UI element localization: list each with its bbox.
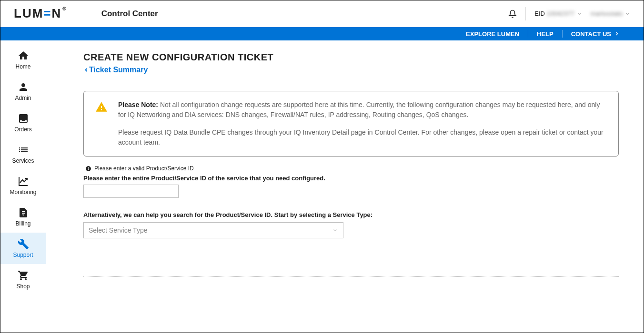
footer-divider [83, 276, 619, 277]
chevron-right-icon [614, 31, 620, 37]
billing-icon [18, 207, 29, 218]
service-type-select[interactable]: Select Service Type [83, 222, 343, 238]
home-icon [18, 50, 29, 61]
contact-us-label: CONTACT US [571, 30, 611, 38]
chevron-down-icon [576, 11, 582, 17]
chevron-left-icon [83, 67, 89, 73]
sidebar-item-admin[interactable]: Admin [0, 76, 46, 107]
info-icon [85, 166, 91, 172]
user-name: marlosstato [591, 10, 623, 17]
sidebar-item-label: Shop [16, 283, 30, 290]
sidebar-item-monitoring[interactable]: Monitoring [0, 170, 46, 201]
product-id-label: Please enter the entire Product/Service … [83, 175, 619, 182]
app-title: Control Center [101, 9, 158, 19]
user-icon [18, 81, 29, 93]
ticket-summary-link[interactable]: Ticket Summary [83, 66, 148, 74]
eid-label: EID [534, 10, 545, 17]
header-divider [525, 7, 526, 20]
header-right: EID 10042377 marlosstato [508, 7, 630, 20]
notice-p1: Not all configuration change requests ar… [118, 101, 600, 118]
user-dropdown[interactable]: marlosstato [591, 10, 630, 17]
sidebar-item-label: Admin [15, 95, 31, 101]
sidebar-item-label: Orders [14, 126, 32, 133]
main-area: Home Admin Orders Services Monitoring Bi… [0, 40, 644, 333]
top-header: LUM=N® Control Center EID 10042377 marlo… [0, 0, 644, 27]
product-id-input[interactable] [83, 185, 179, 198]
notice-box: Please Note: Not all configuration chang… [83, 91, 619, 157]
sidebar-item-label: Home [15, 63, 30, 70]
content: CREATE NEW CONFIGURATION TICKET Ticket S… [46, 40, 644, 333]
chart-icon [18, 176, 29, 187]
logo-text: LUM=N® [14, 6, 67, 21]
select-placeholder: Select Service Type [89, 226, 147, 234]
page-title: CREATE NEW CONFIGURATION TICKET [83, 52, 619, 63]
sidebar: Home Admin Orders Services Monitoring Bi… [0, 40, 46, 333]
explore-lumen-link[interactable]: EXPLORE LUMEN [457, 30, 528, 38]
logo[interactable]: LUM=N® [14, 6, 67, 21]
notice-strong: Please Note: [118, 101, 158, 108]
inbox-icon [18, 113, 29, 124]
eid-dropdown[interactable]: EID 10042377 [534, 10, 582, 17]
blue-bar: EXPLORE LUMEN HELP CONTACT US [0, 27, 644, 40]
sidebar-item-support[interactable]: Support [0, 233, 46, 264]
error-line: Please enter a valid Product/Service ID [85, 165, 619, 172]
chevron-down-icon [332, 227, 338, 233]
sidebar-item-label: Monitoring [10, 189, 36, 196]
cart-icon [18, 270, 29, 281]
sidebar-item-home[interactable]: Home [0, 44, 46, 76]
sidebar-item-orders[interactable]: Orders [0, 107, 46, 138]
wrench-icon [18, 238, 29, 250]
sidebar-item-label: Services [12, 157, 34, 164]
error-msg: Please enter a valid Product/Service ID [94, 165, 194, 172]
list-icon [18, 144, 29, 156]
breadcrumb-label: Ticket Summary [89, 66, 148, 74]
warning-icon [95, 101, 108, 113]
sidebar-item-label: Billing [15, 220, 30, 227]
help-link[interactable]: HELP [528, 30, 562, 38]
sidebar-item-label: Support [13, 252, 33, 258]
service-type-label: Alternatively, we can help you search fo… [83, 211, 619, 218]
bell-icon[interactable] [508, 10, 517, 18]
sidebar-item-services[interactable]: Services [0, 138, 46, 170]
notice-text: Please Note: Not all configuration chang… [118, 100, 607, 147]
sidebar-item-shop[interactable]: Shop [0, 264, 46, 295]
divider [83, 83, 619, 83]
notice-p2: Please request IQ Data Bundle CPE change… [118, 127, 607, 147]
chevron-down-icon [624, 11, 630, 17]
contact-us-link[interactable]: CONTACT US [563, 30, 628, 38]
eid-value: 10042377 [547, 10, 574, 17]
sidebar-item-billing[interactable]: Billing [0, 201, 46, 233]
